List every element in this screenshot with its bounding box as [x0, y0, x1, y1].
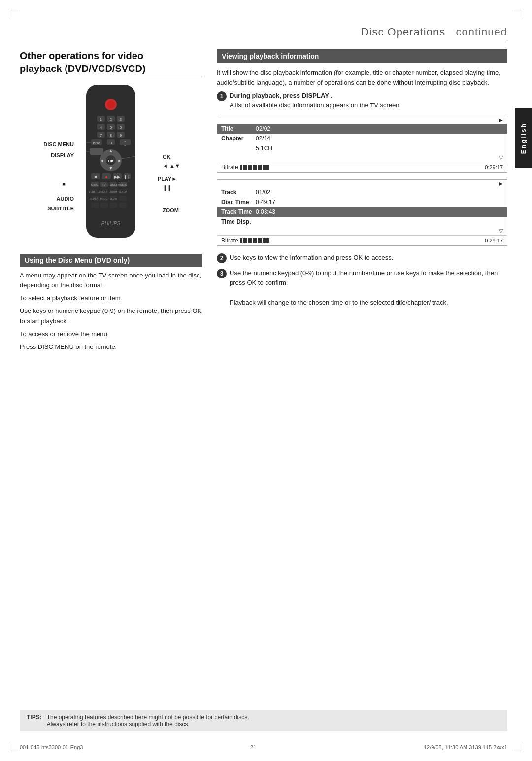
tv1-audio-row: 5.1CH — [217, 143, 507, 153]
tv1-title-row: Title 02/02 — [217, 124, 507, 134]
tv1-play-arrow: ▶ — [217, 116, 507, 124]
svg-text:−: − — [124, 144, 126, 147]
svg-text:►: ► — [118, 158, 122, 163]
svg-text:4: 4 — [100, 125, 102, 130]
footer-right: 12/9/05, 11:30 AM 3139 115 2xxx1 — [424, 744, 507, 750]
play-label: PLAY► — [158, 176, 185, 182]
disc-menu-para5: Press DISC MENU on the remote. — [20, 342, 202, 352]
svg-point-2 — [107, 101, 115, 108]
tv1-arrow-down: ▽ — [217, 153, 507, 162]
svg-text:▼: ▼ — [109, 166, 113, 171]
tv-screen-1: ▶ Title 02/02 Chapter 02/14 5.1CH ▽ — [217, 116, 507, 173]
page-header: Disc Operations continued — [20, 22, 507, 42]
tv2-bitrate-row: Bitrate 0:29:17 — [217, 235, 507, 245]
svg-rect-67 — [91, 203, 99, 208]
svg-text:5: 5 — [110, 125, 112, 130]
ok-label: OK — [163, 154, 185, 160]
svg-text:DISC: DISC — [91, 183, 99, 186]
svg-text:PHILIPS: PHILIPS — [101, 221, 121, 226]
english-tab: English — [515, 108, 532, 168]
tv1-bitrate-bars — [240, 165, 269, 170]
svg-text:6: 6 — [120, 125, 122, 130]
step-3-text: Use the numeric keypad (0-9) to input th… — [230, 268, 507, 308]
display-label: DISPLAY — [37, 152, 74, 158]
svg-text:■: ■ — [94, 174, 97, 179]
disc-menu-label: DISC MENU — [37, 141, 74, 147]
step-2: 2 Use keys to view the information and p… — [217, 253, 507, 263]
svg-text:8: 8 — [110, 133, 112, 138]
svg-text:ZOOM: ZOOM — [110, 190, 117, 193]
svg-text:9: 9 — [120, 133, 122, 138]
svg-text:◄: ◄ — [100, 158, 104, 163]
disc-menu-section-heading: Using the Disc Menu (DVD only) — [20, 254, 202, 267]
left-section-title: Other operations for video playback (DVD… — [20, 49, 202, 77]
svg-text:1: 1 — [100, 117, 102, 122]
svg-text:+: + — [124, 140, 126, 143]
svg-text:●: ● — [105, 175, 108, 179]
tips-label: TIPS: — [27, 714, 42, 727]
step-2-text: Use keys to view the information and pre… — [230, 253, 507, 263]
tv2-arrow-down: ▽ — [217, 227, 507, 235]
tips-text: The operating features described here mi… — [47, 714, 249, 727]
tv-screen-2: ▶ Track 01/02 Disc Time 0:49:17 Track Ti… — [217, 179, 507, 246]
step-3-number: 3 — [217, 269, 227, 278]
tv2-tracktime-row: Track Time 0:03:43 — [217, 207, 507, 217]
svg-text:TUNER: TUNER — [108, 183, 119, 186]
disc-menu-para3: Use keys or numeric keypad (0-9) on the … — [20, 306, 202, 326]
audio-label: AUDIO — [37, 196, 74, 202]
corner-mark-tl — [9, 9, 18, 18]
svg-text:SLOW: SLOW — [110, 197, 117, 200]
right-column: Viewing playback information It will sho… — [217, 49, 507, 731]
tv2-track-row: Track 01/02 — [217, 187, 507, 197]
svg-text:▶▶: ▶▶ — [114, 175, 121, 179]
corner-mark-bl — [9, 743, 18, 752]
step-1-number: 1 — [217, 91, 227, 101]
step-1: 1 During playback, press DISPLAY . A lis… — [217, 91, 507, 110]
svg-text:2: 2 — [110, 117, 112, 122]
viewing-playback-heading: Viewing playback information — [217, 49, 507, 63]
step-3: 3 Use the numeric keypad (0-9) to input … — [217, 268, 507, 308]
svg-text:❙❙: ❙❙ — [124, 175, 131, 179]
svg-rect-28 — [90, 148, 103, 155]
viewing-intro: It will show the disc playback informati… — [217, 68, 507, 88]
zoom-label: ZOOM — [163, 208, 185, 213]
disc-menu-para2: To select a playback feature or item — [20, 293, 202, 303]
footer-center: 21 — [250, 744, 256, 750]
disc-menu-para1: A menu may appear on the TV screen once … — [20, 271, 202, 290]
tv1-bitrate-row: Bitrate 0:29:17 — [217, 162, 507, 172]
corner-mark-tr — [514, 9, 523, 18]
subtitle-label: SUBTITLE — [37, 206, 74, 211]
svg-text:7: 7 — [100, 133, 102, 138]
svg-text:SETUP: SETUP — [119, 190, 127, 193]
tv2-bitrate-bars — [240, 238, 269, 243]
svg-rect-63 — [119, 196, 127, 201]
svg-text:REPEAT: REPEAT — [90, 197, 100, 200]
svg-rect-69 — [110, 203, 117, 208]
page-title: Disc Operations continued — [356, 22, 507, 39]
footer: 001-045-hts3300-01-Eng3 21 12/9/05, 11:3… — [20, 744, 507, 750]
play-pause-label: ❙❙ — [163, 185, 185, 191]
svg-rect-68 — [100, 203, 108, 208]
step-1-text: During playback, press DISPLAY . A list … — [230, 91, 507, 110]
svg-text:PROG: PROG — [100, 197, 108, 200]
svg-text:OK: OK — [108, 159, 114, 163]
play-pause-icon: ■ — [38, 181, 66, 187]
svg-text:NEXT: NEXT — [100, 190, 107, 193]
main-content: Other operations for video playback (DVD… — [20, 49, 507, 731]
tv2-timedisp-row: Time Disp. — [217, 217, 507, 227]
tv2-disctime-row: Disc Time 0:49:17 — [217, 197, 507, 207]
tips-box: TIPS: The operating features described h… — [20, 710, 507, 731]
tv2-play-arrow: ▶ — [217, 180, 507, 187]
nav-arrows-label: ◄ ▲▼ — [163, 163, 185, 169]
remote-illustration: DISC MENU DISPLAY ■ AUDIO SUBTITLE OK ◄ … — [20, 82, 202, 245]
svg-rect-70 — [119, 203, 127, 208]
svg-text:AUDIO: AUDIO — [118, 183, 127, 186]
english-tab-label: English — [520, 122, 527, 154]
svg-text:▲: ▲ — [109, 148, 113, 153]
svg-text:3: 3 — [120, 117, 122, 122]
svg-text:DISC: DISC — [93, 142, 100, 145]
two-col-layout: Other operations for video playback (DVD… — [20, 49, 507, 731]
svg-text:TV: TV — [102, 183, 106, 186]
footer-left: 001-045-hts3300-01-Eng3 — [20, 744, 83, 750]
remote-svg: 1 2 3 4 5 6 7 — [71, 82, 150, 245]
